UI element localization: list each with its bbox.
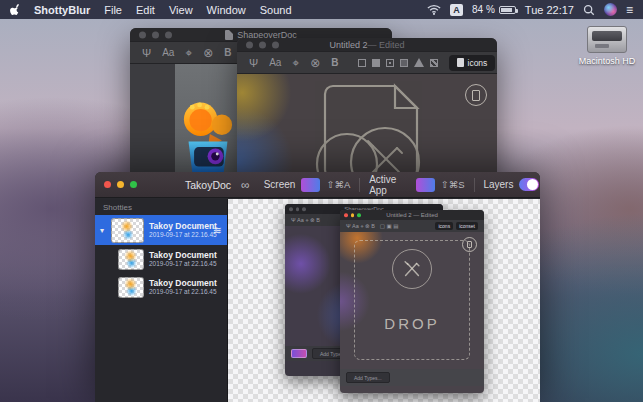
mini-icons-button[interactable]: icons <box>435 222 453 230</box>
window-traffic-lights[interactable] <box>104 181 137 188</box>
battery-percent-label: 84 % <box>472 4 495 15</box>
close-button[interactable] <box>139 31 146 38</box>
mini-untitled2-window[interactable]: Untitled 2 — Edited Ψ Aa ⌖ ⊗ B ▢ ▣ ▤ ico… <box>340 210 484 393</box>
document-proxy-icon <box>225 30 233 40</box>
square-inset-tool-icon[interactable] <box>386 59 394 67</box>
untitled2-titlebar[interactable]: Untitled 2 — Edited <box>237 38 497 51</box>
tools-circle-icon <box>392 249 432 289</box>
text-tool-icon[interactable]: Aa <box>269 57 281 68</box>
shottie-title: Takoy Document <box>149 221 208 232</box>
tree-tool-icon[interactable]: Ψ <box>249 57 258 69</box>
tree-tool-icon[interactable]: Ψ <box>142 47 151 59</box>
shotties-sidebar: Shotties ▾ Takoy Document 2019-09-17 at … <box>95 199 228 402</box>
bold-tool-icon[interactable]: B <box>224 47 231 58</box>
window-title: Untitled 2 <box>329 40 367 50</box>
menu-edit[interactable]: Edit <box>136 4 155 16</box>
zoom-button[interactable] <box>165 31 172 38</box>
mini-toolbar: Ψ Aa ⌖ ⊗ B ▢ ▣ ▤ icons iconset <box>340 220 484 232</box>
layers-stack-icon[interactable]: ≋ <box>213 224 222 237</box>
square-filled-tool-icon[interactable] <box>372 59 380 67</box>
untitled2-canvas[interactable] <box>237 74 497 178</box>
infinity-icon[interactable]: ∞ <box>241 178 250 192</box>
drop-label: DROP <box>355 315 469 332</box>
shottie-thumbnail <box>111 218 144 243</box>
takoydoc-canvas[interactable]: ShapeoverDoc Ψ Aa ⌖ ⊗ B IS Add Types... <box>228 199 540 402</box>
menu-sound[interactable]: Sound <box>260 4 292 16</box>
document-badge-icon <box>465 84 487 106</box>
screen-capture-button[interactable] <box>301 178 320 192</box>
mini-tool-glyphs: Ψ Aa ⌖ ⊗ B <box>346 223 375 230</box>
input-source-menu[interactable]: A <box>450 4 463 16</box>
active-app-capture-button[interactable] <box>416 178 435 192</box>
shottie-list-item[interactable]: ▾ Takoy Document 2019-09-17 at 22.16.45 … <box>95 215 227 245</box>
layers-toggle[interactable] <box>519 178 539 191</box>
layers-label: Layers <box>483 179 513 190</box>
text-tool-icon[interactable]: Aa <box>162 47 174 58</box>
mini-tool-glyphs: Ψ Aa ⌖ ⊗ B <box>291 217 320 224</box>
close-button[interactable] <box>104 181 111 188</box>
icons-button[interactable]: icons <box>449 55 496 71</box>
cancel-tool-icon[interactable]: ⊗ <box>310 56 320 70</box>
minimize-button[interactable] <box>259 41 266 48</box>
close-button[interactable] <box>246 41 253 48</box>
mini-window-title: Untitled 2 — Edited <box>386 212 438 218</box>
shottie-thumbnail <box>118 249 144 270</box>
zoom-button[interactable] <box>272 41 279 48</box>
square-pattern-tool-icon[interactable] <box>430 59 438 67</box>
minimize-button[interactable] <box>117 181 124 188</box>
app-badge-icon <box>291 349 307 358</box>
disclosure-triangle-icon[interactable]: ▾ <box>100 226 106 235</box>
triangle-tool-icon[interactable] <box>414 58 424 67</box>
window-traffic-lights[interactable] <box>246 41 279 48</box>
menu-window[interactable]: Window <box>207 4 246 16</box>
shottie-date: 2019-09-17 at 22.16.45 <box>149 231 208 239</box>
active-app-shortcut: ⇧⌘S <box>441 179 465 190</box>
shottie-list-item[interactable]: Takoy Document 2019-09-17 at 22.16.45 <box>95 245 227 273</box>
takoydoc-toolbar: Screen ⇧⌘A Active App ⇧⌘S Layers Blur <box>264 174 540 196</box>
toolbar-separator <box>359 178 360 192</box>
screen-shortcut: ⇧⌘A <box>326 179 350 190</box>
mini-canvas: DROP Add Types... <box>340 232 484 386</box>
square-dark-tool-icon[interactable] <box>400 59 408 67</box>
desktop-volume-icon[interactable]: Macintosh HD <box>576 26 638 66</box>
cancel-tool-icon[interactable]: ⊗ <box>203 46 213 60</box>
toolbar-separator <box>474 178 475 192</box>
camera-robot-illustration <box>180 97 236 177</box>
sidebar-header: Shotties <box>95 199 227 215</box>
icons-button-label: icons <box>468 58 488 68</box>
edited-suffix: — Edited <box>368 40 405 50</box>
square-outline-tool-icon[interactable] <box>358 59 366 67</box>
volume-label: Macintosh HD <box>576 56 638 66</box>
window-traffic-lights[interactable] <box>139 31 172 38</box>
focus-tool-icon[interactable]: ⌖ <box>185 46 192 60</box>
menu-file[interactable]: File <box>104 4 122 16</box>
bold-tool-icon[interactable]: B <box>331 57 338 68</box>
spotlight-icon[interactable] <box>583 4 595 16</box>
hard-drive-icon <box>587 26 627 53</box>
menu-view[interactable]: View <box>169 4 193 16</box>
mini-iconset-button[interactable]: iconset <box>456 222 478 230</box>
siri-icon[interactable] <box>604 3 617 16</box>
takoydoc-titlebar[interactable]: TakoyDoc ∞ Screen ⇧⌘A Active App ⇧⌘S Lay… <box>95 172 540 198</box>
focus-tool-icon[interactable]: ⌖ <box>292 56 299 70</box>
page-icon <box>457 58 464 67</box>
battery-status[interactable]: 84 % <box>472 4 516 15</box>
notification-center-icon[interactable]: ≡ <box>626 3 633 17</box>
clock[interactable]: Tue 22:17 <box>525 4 574 16</box>
add-types-button[interactable]: Add Types... <box>346 372 390 383</box>
wifi-icon[interactable] <box>427 4 441 15</box>
mini-titlebar: Untitled 2 — Edited <box>340 210 484 220</box>
menu-app-name[interactable]: ShottyBlur <box>34 4 90 16</box>
apple-menu-icon[interactable] <box>10 3 22 17</box>
zoom-button[interactable] <box>130 181 137 188</box>
window-title: TakoyDoc <box>185 179 231 191</box>
minimize-button[interactable] <box>152 31 159 38</box>
drop-zone[interactable]: DROP <box>354 240 470 360</box>
shottie-list-item[interactable]: Takoy Document 2019-09-17 at 22.16.45 <box>95 273 227 301</box>
shottie-date: 2019-09-17 at 22.16.45 <box>149 288 217 296</box>
menu-bar: ShottyBlur File Edit View Window Sound A… <box>0 0 643 19</box>
mini-statusbar: Add Types... <box>340 369 484 386</box>
shottie-title: Takoy Document <box>149 278 217 289</box>
shape-tools-group <box>358 58 438 67</box>
untitled2-toolbar: Ψ Aa ⌖ ⊗ B icons iconset <box>237 51 497 74</box>
